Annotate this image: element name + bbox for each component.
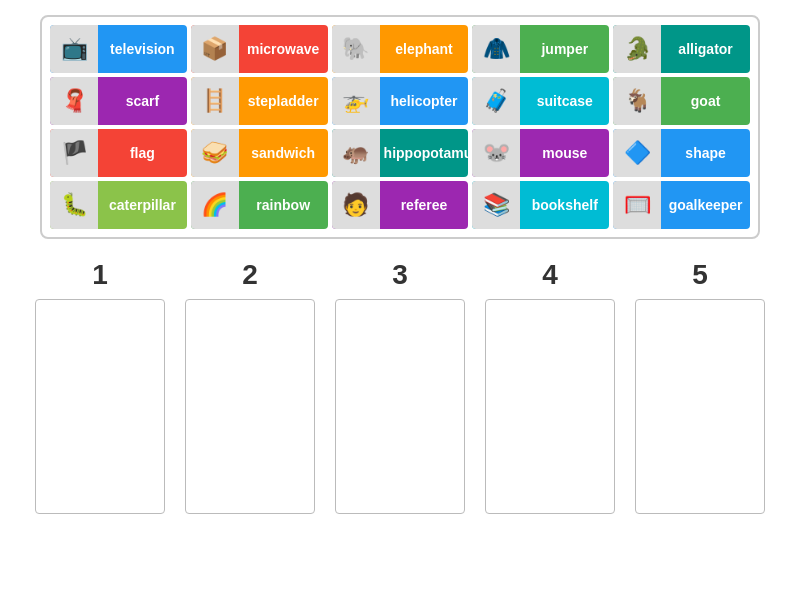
tile-scarf[interactable]: 🧣scarf (50, 77, 187, 125)
drop-zone-wrapper-1: 1 (35, 259, 165, 514)
tile-img-alligator: 🐊 (613, 25, 661, 73)
drop-zones-container: 12345 (40, 259, 760, 514)
tile-img-helicopter: 🚁 (332, 77, 380, 125)
tile-suitcase[interactable]: 🧳suitcase (472, 77, 609, 125)
tile-label-hippopotamus: hippopotamus (380, 145, 469, 161)
tile-img-jumper: 🧥 (472, 25, 520, 73)
tile-sandwich[interactable]: 🥪sandwich (191, 129, 328, 177)
tile-label-alligator: alligator (661, 41, 750, 57)
tile-label-goalkeeper: goalkeeper (661, 197, 750, 213)
tile-img-goat: 🐐 (613, 77, 661, 125)
tile-bookshelf[interactable]: 📚bookshelf (472, 181, 609, 229)
tile-hippopotamus[interactable]: 🦛hippopotamus (332, 129, 469, 177)
drop-zone-wrapper-3: 3 (335, 259, 465, 514)
tile-helicopter[interactable]: 🚁helicopter (332, 77, 469, 125)
drop-zone-2[interactable] (185, 299, 315, 514)
tile-img-television: 📺 (50, 25, 98, 73)
tile-label-bookshelf: bookshelf (520, 197, 609, 213)
tile-label-elephant: elephant (380, 41, 469, 57)
tile-img-flag: 🏴 (50, 129, 98, 177)
tile-label-caterpillar: caterpillar (98, 197, 187, 213)
tile-label-television: television (98, 41, 187, 57)
tile-img-referee: 🧑 (332, 181, 380, 229)
drop-zone-1[interactable] (35, 299, 165, 514)
drop-zone-wrapper-4: 4 (485, 259, 615, 514)
tile-flag[interactable]: 🏴flag (50, 129, 187, 177)
tile-img-suitcase: 🧳 (472, 77, 520, 125)
tile-goat[interactable]: 🐐goat (613, 77, 750, 125)
tile-img-bookshelf: 📚 (472, 181, 520, 229)
tile-label-stepladder: stepladder (239, 93, 328, 109)
drop-zone-number-1: 1 (92, 259, 108, 291)
tile-img-shape: 🔷 (613, 129, 661, 177)
tile-microwave[interactable]: 📦microwave (191, 25, 328, 73)
tile-img-scarf: 🧣 (50, 77, 98, 125)
tile-shape[interactable]: 🔷shape (613, 129, 750, 177)
tile-caterpillar[interactable]: 🐛caterpillar (50, 181, 187, 229)
tile-img-microwave: 📦 (191, 25, 239, 73)
tile-stepladder[interactable]: 🪜stepladder (191, 77, 328, 125)
main-container: 📺television📦microwave🐘elephant🧥jumper🐊al… (0, 0, 800, 529)
tile-goalkeeper[interactable]: 🥅goalkeeper (613, 181, 750, 229)
tile-label-mouse: mouse (520, 145, 609, 161)
drop-zone-5[interactable] (635, 299, 765, 514)
drop-zone-3[interactable] (335, 299, 465, 514)
drop-zone-4[interactable] (485, 299, 615, 514)
tile-label-rainbow: rainbow (239, 197, 328, 213)
tile-label-scarf: scarf (98, 93, 187, 109)
tile-img-caterpillar: 🐛 (50, 181, 98, 229)
tile-alligator[interactable]: 🐊alligator (613, 25, 750, 73)
drop-zone-number-4: 4 (542, 259, 558, 291)
tile-label-helicopter: helicopter (380, 93, 469, 109)
tile-img-mouse: 🐭 (472, 129, 520, 177)
drop-zone-number-2: 2 (242, 259, 258, 291)
tile-label-microwave: microwave (239, 41, 328, 57)
tile-label-flag: flag (98, 145, 187, 161)
tile-img-goalkeeper: 🥅 (613, 181, 661, 229)
tile-label-sandwich: sandwich (239, 145, 328, 161)
drop-zone-number-5: 5 (692, 259, 708, 291)
drop-zone-number-3: 3 (392, 259, 408, 291)
tile-rainbow[interactable]: 🌈rainbow (191, 181, 328, 229)
tile-label-shape: shape (661, 145, 750, 161)
tile-img-sandwich: 🥪 (191, 129, 239, 177)
tile-img-elephant: 🐘 (332, 25, 380, 73)
drop-zone-wrapper-2: 2 (185, 259, 315, 514)
tile-img-hippopotamus: 🦛 (332, 129, 380, 177)
tile-label-suitcase: suitcase (520, 93, 609, 109)
tile-img-rainbow: 🌈 (191, 181, 239, 229)
tile-television[interactable]: 📺television (50, 25, 187, 73)
drop-zone-wrapper-5: 5 (635, 259, 765, 514)
tile-img-stepladder: 🪜 (191, 77, 239, 125)
tile-label-goat: goat (661, 93, 750, 109)
tile-elephant[interactable]: 🐘elephant (332, 25, 469, 73)
tile-referee[interactable]: 🧑referee (332, 181, 469, 229)
tile-jumper[interactable]: 🧥jumper (472, 25, 609, 73)
tiles-grid: 📺television📦microwave🐘elephant🧥jumper🐊al… (40, 15, 760, 239)
tile-mouse[interactable]: 🐭mouse (472, 129, 609, 177)
tile-label-referee: referee (380, 197, 469, 213)
tile-label-jumper: jumper (520, 41, 609, 57)
